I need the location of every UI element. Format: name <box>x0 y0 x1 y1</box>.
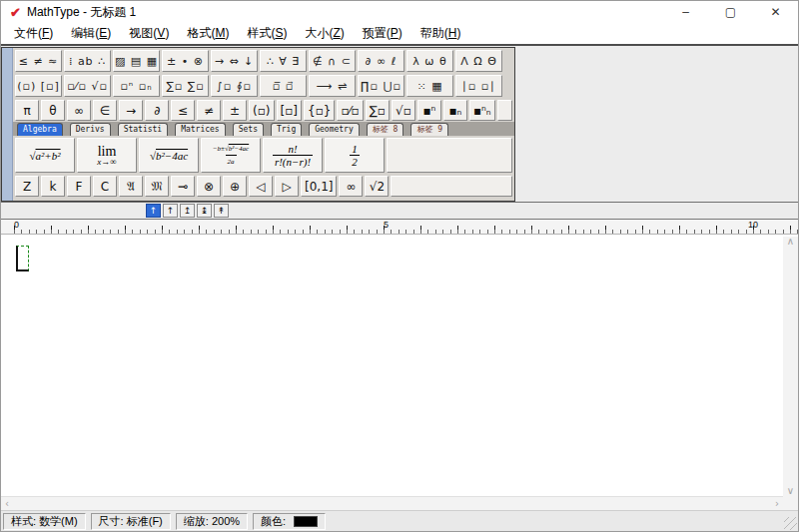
superscript-button[interactable]: ▪ⁿ <box>417 100 441 121</box>
tab-derivs[interactable]: Derivs <box>70 123 111 136</box>
menu-help[interactable]: 帮助(H) <box>411 23 470 44</box>
one-half-button[interactable]: 12 <box>325 138 385 173</box>
insert-symbol-mode-3-button[interactable]: ↥ <box>180 204 195 218</box>
subscript-button[interactable]: ▪ₙ <box>443 100 467 121</box>
triangle-right-button[interactable]: ▷ <box>275 176 299 197</box>
circled-plus-button[interactable]: ⊕ <box>223 176 247 197</box>
summation-templates-palette[interactable]: ∑▫ ∑▫ <box>162 75 209 97</box>
insert-symbol-mode-4-button[interactable]: ↨ <box>197 204 212 218</box>
vertical-scrollbar[interactable]: ∧ ∨ <box>783 237 798 496</box>
integral-templates-palette[interactable]: ∫▫ ∮▫ <box>211 75 258 97</box>
tab-statistics[interactable]: Statisti <box>118 123 169 136</box>
scroll-right-icon[interactable]: › <box>775 499 779 509</box>
ruler[interactable]: 0510 <box>1 219 798 235</box>
product-set-templates-palette[interactable]: ∏▫ ⋃▫ <box>358 75 404 97</box>
parentheses-button[interactable]: (▫) <box>249 100 275 121</box>
plus-minus-button[interactable]: ± <box>223 100 247 121</box>
fraktur-A-button[interactable]: 𝔄 <box>119 176 143 197</box>
infinity-2-button[interactable]: ∞ <box>339 176 363 197</box>
menu-edit[interactable]: 编辑(E) <box>62 23 120 44</box>
radical-button[interactable]: √▫ <box>392 100 415 121</box>
tab-9[interactable]: 标签 9 <box>410 123 448 136</box>
tab-8[interactable]: 标签 8 <box>367 123 404 136</box>
minimize-button[interactable]: – <box>663 1 708 23</box>
logic-symbols-palette[interactable]: ∴ ∀ ∃ <box>260 50 307 72</box>
limit-button[interactable]: limx→∞ <box>77 138 137 173</box>
tab-matrices[interactable]: Matrices <box>175 123 226 136</box>
insertion-slot[interactable] <box>16 246 29 271</box>
menu-style[interactable]: 样式(S) <box>238 23 296 44</box>
matrix-templates-palette[interactable]: ⁙ ▦ <box>406 75 453 97</box>
menu-format[interactable]: 格式(M) <box>178 23 238 44</box>
relational-symbols-palette[interactable]: ≤ ≠ ≈ <box>15 50 62 72</box>
scroll-left-icon[interactable]: ‹ <box>5 499 9 509</box>
set-theory-symbols-palette[interactable]: ∉ ∩ ⊂ <box>309 50 356 72</box>
spaces-ellipses-palette[interactable]: ⁞ ab ∴ <box>64 50 111 72</box>
status-color-label: 颜色: <box>261 514 286 529</box>
summation-button[interactable]: ∑▫ <box>366 100 390 121</box>
menu-file[interactable]: 文件(F) <box>5 23 62 44</box>
element-of-button[interactable]: ∈ <box>93 100 117 121</box>
close-button[interactable]: ✕ <box>753 1 798 23</box>
less-equal-button[interactable]: ≤ <box>171 100 195 121</box>
triangle-left-button[interactable]: ◁ <box>249 176 273 197</box>
sqrt-discriminant-button[interactable]: √b²−4ac <box>139 138 199 173</box>
scroll-up-icon[interactable]: ∧ <box>787 237 794 247</box>
brackets-button[interactable]: [▫] <box>277 100 303 121</box>
tab-algebra[interactable]: Algebra <box>17 123 63 136</box>
window-controls: –▢✕ <box>663 1 798 23</box>
operator-symbols-palette[interactable]: ± • ⊗ <box>162 50 209 72</box>
equation-editing-area[interactable]: ∧ ∨ ‹ › <box>1 235 798 510</box>
circled-times-button[interactable]: ⊗ <box>197 176 221 197</box>
box-templates-palette[interactable]: ∣▫ ▫∣ <box>455 75 502 97</box>
bar-arrow-templates-palette[interactable]: ▫̅ ▫⃗ <box>260 75 307 97</box>
menu-view[interactable]: 视图(V) <box>120 23 178 44</box>
letter-k-button[interactable]: k <box>41 176 65 197</box>
subscript-superscript-templates-palette[interactable]: ▫ⁿ ▫ₙ <box>113 75 160 97</box>
right-arrow-button[interactable]: → <box>119 100 143 121</box>
status-style: 样式: 数学(M) <box>3 513 86 530</box>
binomial-coefficient-button[interactable]: n!r!(n−r)! <box>263 138 323 173</box>
menu-preferences[interactable]: 预置(P) <box>354 23 411 44</box>
fence-templates-palette[interactable]: (▫) [▫] <box>15 75 62 97</box>
quadratic-formula-button[interactable]: −b±√b²−4ac2a <box>201 138 261 173</box>
infinity-button[interactable]: ∞ <box>67 100 91 121</box>
maximize-button[interactable]: ▢ <box>708 1 753 23</box>
arrow-symbols-palette[interactable]: → ⇔ ↓ <box>211 50 258 72</box>
embellishments-palette[interactable]: ▨ ▤ ▦ <box>113 50 160 72</box>
interval-01-button[interactable]: [0,1] <box>301 176 337 197</box>
labeled-arrow-templates-palette[interactable]: ⟶ ⇌ <box>309 75 356 97</box>
status-size-label: 尺寸: 标准(F) <box>99 514 163 529</box>
status-zoom-label: 缩放: 200% <box>184 514 240 529</box>
tab-geometry[interactable]: Geometry <box>309 123 360 136</box>
letter-C-button[interactable]: C <box>93 176 117 197</box>
sqrt-2-button[interactable]: √2 <box>365 176 389 197</box>
misc-symbols-palette[interactable]: ∂ ∞ ℓ <box>358 50 404 72</box>
insert-symbol-mode-1-button[interactable]: ↑ <box>146 204 161 218</box>
theta-button[interactable]: θ <box>41 100 65 121</box>
not-equal-button[interactable]: ≠ <box>197 100 221 121</box>
horizontal-scrollbar[interactable]: ‹ › <box>1 496 783 510</box>
blackboard-Z-button[interactable]: Z <box>15 176 39 197</box>
greek-uppercase-palette[interactable]: Λ Ω Θ <box>455 50 502 72</box>
multimap-button[interactable]: ⊸ <box>171 176 195 197</box>
scroll-down-icon[interactable]: ∨ <box>787 486 794 496</box>
tab-sets[interactable]: Sets <box>233 123 264 136</box>
subsuperscript-button[interactable]: ▪ⁿₙ <box>469 100 495 121</box>
fraction-radical-templates-palette[interactable]: ▫⁄▫ √▫ <box>64 75 111 97</box>
partial-button[interactable]: ∂ <box>145 100 169 121</box>
sqrt-a2-b2-button[interactable]: √a²+b² <box>15 138 75 173</box>
fraktur-M-button[interactable]: 𝔐 <box>145 176 169 197</box>
status-bar: 样式: 数学(M) 尺寸: 标准(F) 缩放: 200% 颜色: <box>1 510 798 531</box>
tab-trig[interactable]: Trig <box>271 123 302 136</box>
pi-button[interactable]: π <box>15 100 39 121</box>
braces-button[interactable]: {▫} <box>304 100 335 121</box>
resize-grip-icon[interactable] <box>784 517 797 530</box>
toolbar-drag-handle[interactable] <box>2 48 13 201</box>
fraction-button[interactable]: ▫⁄▫ <box>337 100 363 121</box>
greek-lowercase-palette[interactable]: λ ω θ <box>406 50 453 72</box>
insert-symbol-mode-2-button[interactable]: ↑ <box>163 204 178 218</box>
letter-F-button[interactable]: F <box>67 176 91 197</box>
insert-symbol-mode-5-button[interactable]: ↟ <box>214 204 229 218</box>
menu-size[interactable]: 大小(Z) <box>296 23 353 44</box>
